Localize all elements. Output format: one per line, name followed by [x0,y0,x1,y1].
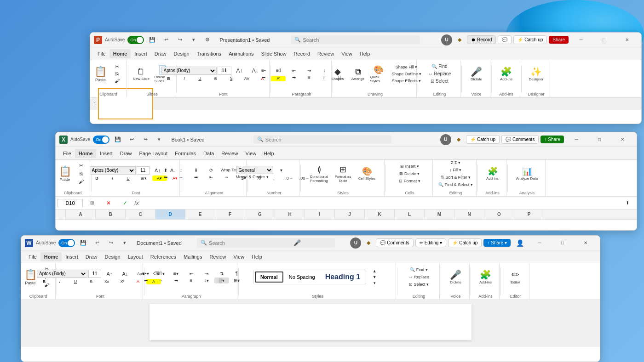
xl-tab-view[interactable]: View [242,149,260,158]
word-styles-down-btn[interactable]: ▼ [367,274,382,280]
word-style-normal[interactable]: Normal [255,272,283,283]
word-tab-design[interactable]: Design [101,252,124,261]
ppt-format-painter-btn[interactable]: 🖌 [109,78,124,84]
xl-align-left-btn[interactable]: ⬅ [158,174,173,180]
ppt-close-btn[interactable]: ✕ [616,33,638,47]
word-decrease-indent-btn[interactable]: ⇤ [184,271,199,277]
word-search-box[interactable]: 🔍 🎤 [197,238,335,248]
ppt-find-btn[interactable]: 🔍 Find [420,63,459,70]
xl-font-select[interactable]: Aptos (Body) [90,166,136,175]
ppt-align-center-btn[interactable]: ↔ [271,74,286,80]
word-shrink-btn[interactable]: A↓ [118,270,132,277]
xl-tab-draw[interactable]: Draw [116,149,136,158]
ppt-decrease-indent-btn[interactable]: ⇤ [287,68,301,74]
ppt-copy-btn[interactable]: ⎘ [109,71,124,77]
xl-underline-btn[interactable]: U [121,175,136,181]
word-search-input[interactable] [209,240,292,246]
xl-sort-filter-btn[interactable]: ⇅ Sort & Filter ▾ [437,174,475,181]
xl-col-o[interactable]: O [484,209,514,219]
word-catchup-btn[interactable]: ⚡ Catch up [448,238,482,247]
ppt-addins-btn[interactable]: 🧩 Add-ins [498,65,514,82]
xl-col-m[interactable]: M [425,209,454,219]
word-undo-btn[interactable]: ↩ [92,238,103,249]
word-linespace-btn[interactable]: ↕▾ [199,277,214,283]
word-paste-btn[interactable]: 📋 Paste [23,268,39,286]
ppt-replace-btn[interactable]: ↔ Replace [420,70,459,77]
xl-copy-btn[interactable]: ⎘ [74,170,89,177]
word-tab-references[interactable]: References [147,252,180,261]
word-addins-btn[interactable]: 🧩 Add-ins [477,268,494,285]
xl-tab-pagelayout[interactable]: Page Layout [135,149,171,158]
ppt-select-btn[interactable]: ⊡ Select [420,78,459,85]
ppt-catchup-btn[interactable]: ⚡ Catch up [513,35,547,44]
ppt-redo-btn[interactable]: ↪ [174,34,185,45]
ppt-font-grow-btn[interactable]: A↑ [232,67,247,74]
word-styles-up-btn[interactable]: ▲ [367,268,382,274]
xl-tab-formulas[interactable]: Formulas [171,149,200,158]
xl-col-a[interactable]: A [66,209,96,219]
xl-percent-btn[interactable]: % [252,175,266,181]
xl-formula-expand-btn[interactable]: ⬆ [620,199,635,206]
word-align-right-btn[interactable]: ➡ [169,277,184,283]
xl-minimize-btn[interactable]: ─ [566,132,587,147]
xl-search-box[interactable]: 🔍 [253,135,391,144]
xl-num-expand-btn[interactable]: ▾ [274,167,289,174]
xl-save-btn[interactable]: 💾 [112,134,123,145]
ppt-tab-help[interactable]: Help [356,49,374,58]
xl-fill-btn[interactable]: ↓ Fill ▾ [437,167,475,173]
xl-number-format-select[interactable]: General [236,166,273,174]
ppt-tab-transitions[interactable]: Transitions [193,49,225,58]
ppt-italic-btn[interactable]: I [177,76,192,81]
ppt-shape-effects-btn[interactable]: Shape Effects ▾ [390,78,423,84]
xl-align-decrind-btn[interactable]: ⇤ [204,174,218,180]
ppt-undo-btn[interactable]: ↩ [161,34,172,45]
word-bold-btn[interactable]: B [37,279,52,284]
xl-italic-btn[interactable]: I [105,175,120,181]
ppt-align-right-btn[interactable]: ➡ [287,74,301,80]
xl-delete-btn[interactable]: ⊠ Delete ▾ [397,170,422,177]
word-subscript-btn[interactable]: X₂ [99,279,114,284]
word-grow-btn[interactable]: A↑ [102,270,117,277]
ppt-restore-btn[interactable]: □ [593,33,615,47]
ppt-search-input[interactable] [303,37,358,43]
xl-tab-insert[interactable]: Insert [96,149,116,158]
word-italic-btn[interactable]: I [52,279,67,284]
xl-align-vmid-btn[interactable]: ↕ [173,167,188,173]
word-tab-layout[interactable]: Layout [124,252,147,261]
ppt-dictate-btn[interactable]: 🎤 Dictate [469,65,484,82]
xl-align-incrind-btn[interactable]: ⇥ [219,174,234,180]
xl-col-h[interactable]: H [275,209,305,219]
xl-col-k[interactable]: K [365,209,395,219]
ppt-diamond-icon[interactable]: ◆ [454,34,465,45]
word-replace-btn[interactable]: ↔ Replace [399,274,438,280]
xl-cut-btn[interactable]: ✂ [74,162,89,170]
xl-cell-ref-input[interactable] [58,199,83,207]
xl-col-l[interactable]: L [395,209,425,219]
xl-currency-btn[interactable]: $▾ [236,175,251,181]
ppt-tab-file[interactable]: File [94,49,109,58]
ppt-shape-outline-btn[interactable]: Shape Outline ▾ [390,71,423,77]
xl-align-right-btn[interactable]: ➡ [189,174,203,180]
xl-tab-file[interactable]: File [59,149,75,158]
ppt-tab-record[interactable]: Record [290,49,314,58]
word-font-size-input[interactable] [88,270,101,278]
ppt-avatar[interactable]: U [441,34,452,45]
xl-autosum-btn[interactable]: Σ Σ ▾ [437,160,475,166]
xl-close-btn[interactable]: ✕ [612,132,633,147]
xl-share-btn[interactable]: ↑ Share [540,136,564,143]
word-redo-btn[interactable]: ↪ [105,238,116,249]
xl-tab-data[interactable]: Data [200,149,218,158]
word-tab-review[interactable]: Review [206,252,230,261]
word-mic-icon[interactable]: 🎤 [293,239,301,246]
ppt-charspacing-btn[interactable]: AV [240,76,254,81]
xl-confirm-formula-btn[interactable]: ✓ [118,199,132,207]
ppt-autosave-toggle[interactable]: On [127,36,144,44]
word-style-heading[interactable]: Heading 1 [321,271,365,283]
xl-addins-btn[interactable]: 🧩 Add-ins [484,165,500,181]
word-tab-home[interactable]: Home [40,252,62,261]
word-dictate-btn[interactable]: 🎤 Dictate [448,268,463,285]
word-save-btn[interactable]: 💾 [78,238,89,249]
xl-autosave-toggle[interactable]: On [93,136,109,144]
ppt-qat-more[interactable]: ▾ [188,34,199,45]
ppt-increase-indent-btn[interactable]: ⇥ [302,68,316,74]
